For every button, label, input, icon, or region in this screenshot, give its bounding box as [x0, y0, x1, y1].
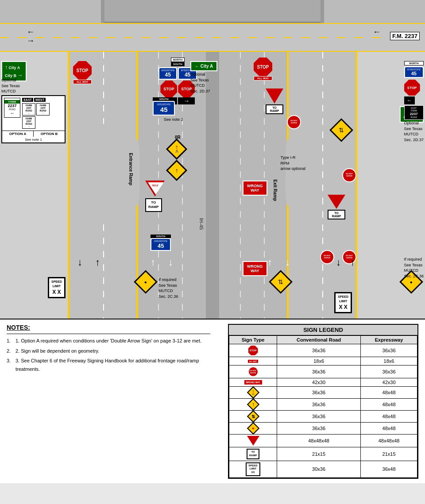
- overpass-right: [323, 0, 425, 23]
- notes-title: NOTES:: [7, 324, 210, 331]
- yield-to-ramp-right: TORAMP: [328, 195, 345, 219]
- legend-dblarrow-conventional: 36x36: [277, 411, 361, 423]
- table-row: TORAMP 21x15 21x15: [229, 447, 417, 461]
- entrance-ramp-left-edge: [103, 124, 105, 221]
- legend-ped-diamond: 🚶: [247, 386, 259, 399]
- bridge-pier-right: [321, 0, 324, 23]
- optional-annotation-center: OptionalSee TexasMUTCDSec. 2D.37: [190, 72, 210, 94]
- legend-uparrow-conventional: 36x36: [277, 399, 361, 411]
- legend-header-expressway: Expressway: [361, 336, 417, 344]
- legend-title: SIGN LEGEND: [229, 325, 417, 335]
- frontage-left-yellow: [68, 52, 70, 319]
- table-row: DO NOT ENTER 36x36 36x36: [229, 365, 417, 378]
- do-not-enter-right-2: DO NOTENTER: [342, 168, 356, 182]
- table-row: 🚶 36x36 48x48: [229, 387, 417, 399]
- legend-wrongway-sign: WRONG WAY: [244, 380, 262, 385]
- table-row: ↑ 36x36 48x48: [229, 399, 417, 411]
- to-ramp-sign-left: TORAMP: [145, 198, 162, 212]
- see-note2: See note 2: [164, 117, 183, 122]
- speed-limit-left: SPEEDLIMITX X: [48, 277, 66, 298]
- notes-list: 1. 1. Option A required when conditions …: [7, 337, 210, 373]
- down-arrow-right: ↓: [285, 257, 290, 268]
- yield-sign-right-top: TORAMP: [266, 88, 283, 114]
- note-1: 1. Option A required when conditions und…: [15, 337, 201, 345]
- notes-divider: [7, 334, 210, 334]
- south-i45-shield-left: SOUTH INTERSTATE 45: [153, 97, 175, 115]
- table-row: ⇅ 36x36 48x48: [229, 411, 417, 423]
- city-a-center-sign: ← City A: [190, 61, 217, 71]
- up-arrow-right-frontage: ↑: [350, 257, 355, 268]
- legend-table: Sign Type Conventional Road Expressway S…: [229, 335, 417, 478]
- legend-stop-expressway: 36x36: [361, 344, 417, 357]
- legend-wrongway-expressway: 42x30: [361, 378, 417, 387]
- stop-sign-right-intersection: STOP ALL WAY: [254, 58, 272, 81]
- legend-header-sign: Sign Type: [229, 336, 277, 344]
- legend-dblarrow-expressway: 48x48: [361, 411, 417, 423]
- fm-2237-road: [0, 23, 425, 52]
- entrance-ramp-left: [104, 124, 139, 221]
- up-arrow-center: ↓: [168, 257, 173, 268]
- legend-toramp-conventional: 21x15: [277, 447, 361, 461]
- bottom-section: NOTES: 1. 1. Option A required when cond…: [0, 319, 425, 483]
- legend-ball-expressway: 48x48: [361, 423, 417, 435]
- yield-sign-left-ramp: YIELD: [145, 181, 165, 196]
- up-arrow-left: ↑: [151, 257, 155, 268]
- wrong-way-sign-lower: WRONGWAY: [243, 261, 267, 276]
- do-not-enter-right-1: DO NOTENTER: [287, 115, 301, 129]
- legend-yield-expressway: 48x48x48: [361, 435, 417, 447]
- legend-wrongway-conventional: 42x30: [277, 378, 361, 387]
- option-box-left: FARM 2237 ROAD ↔ EAST WEST FARM2237ROAD←…: [1, 95, 66, 143]
- table-row: ALL WAY 18x6 18x6: [229, 357, 417, 365]
- entrance-ramp-label: Entrance Ramp: [128, 153, 133, 185]
- speed-limit-right: SPEEDLIMITX X: [334, 292, 352, 313]
- fm-arrow-right2: ←: [373, 27, 381, 37]
- stop-sign-left-frontage: STOP ALL WAY: [73, 61, 92, 84]
- ih45-road-label: IH-45: [199, 218, 204, 230]
- overpass-left: [0, 0, 102, 23]
- do-not-enter-right-3: DO NOTENTER: [320, 250, 334, 264]
- up-arrow-left-frontage: ↑: [95, 257, 100, 268]
- ball-diamond-lower-left: ●: [137, 273, 154, 290]
- legend-dne-sign: DO NOT ENTER: [248, 367, 258, 377]
- fr-dash1: [240, 52, 241, 319]
- fm-arrow-right: →: [27, 36, 35, 46]
- note-2: 2. Sign will be dependent on geometry.: [15, 347, 99, 355]
- right-shields-group: NORTH INTERSTATE45 STOP ← EAST FARM 2237…: [404, 61, 424, 120]
- legend-ped-conventional: 36x36: [277, 387, 361, 399]
- south-i45-lower: SOUTH INTERSTATE 45: [151, 235, 171, 251]
- notes-area: NOTES: 1. 1. Option A required when cond…: [7, 324, 219, 479]
- legend-yield-sign: [247, 436, 259, 446]
- bridge-pier-left: [101, 0, 104, 23]
- legend-area: SIGN LEGEND Sign Type Conventional Road …: [228, 324, 418, 479]
- table-row: ● 36x36 48x48: [229, 423, 417, 435]
- wrong-way-sign-upper: WRONGWAY: [243, 181, 267, 196]
- legend-dne-expressway: 36x36: [361, 365, 417, 378]
- legend-to-ramp-sign: TORAMP: [247, 449, 260, 459]
- frontage-right-lanes: [322, 52, 323, 319]
- if-required-left: If requiredSee TexasMUTCDSec. 2C.36: [158, 277, 178, 299]
- type-ir-rpm-annotation: Type I-RRPMarrow optional: [280, 155, 305, 172]
- traffic-diagram: F.M. 2237 ← → ← ↑ City ACity B → Optiona…: [0, 0, 425, 319]
- down-arrow-right-frontage: ↓: [336, 257, 341, 268]
- optional-annotation-right: OptionalSee TexasMUTCDSec. 2D.37: [404, 120, 424, 142]
- double-arrow-diamond-right: ⇅: [333, 122, 350, 139]
- exit-ramp-right: [286, 124, 321, 221]
- legend-stop-conventional: 36x36: [277, 344, 361, 357]
- legend-speed-limit-sign: SPEEDLIMITXX: [246, 462, 260, 476]
- if-required-right: If requiredSee TexasMUTCDSec. 2C.36: [404, 257, 424, 279]
- legend-stop-sign: STOP: [248, 346, 258, 355]
- legend-arrow-diamond: ↑: [247, 398, 259, 411]
- legend-dne-conventional: 36x36: [277, 365, 361, 378]
- legend-ball-diamond: ●: [247, 422, 259, 435]
- fm-label: F.M. 2237: [390, 32, 420, 40]
- double-arrow-diamond-lower: ⇅: [272, 273, 289, 290]
- exit-ramp-label: Exit Ramp: [273, 180, 278, 201]
- legend-toramp-expressway: 21x15: [361, 447, 417, 461]
- up-arrow-right: ↑: [267, 257, 272, 268]
- legend-allway-sign: ALL WAY: [248, 360, 259, 363]
- diamond-ped-sign-left: 🚶: [169, 142, 184, 157]
- table-row: WRONG WAY 42x30 42x30: [229, 378, 417, 387]
- table-row: SPEEDLIMITXX 30x36 36x48: [229, 461, 417, 477]
- legend-speedlimit-conventional: 30x36: [277, 461, 361, 477]
- legend-speedlimit-expressway: 36x48: [361, 461, 417, 477]
